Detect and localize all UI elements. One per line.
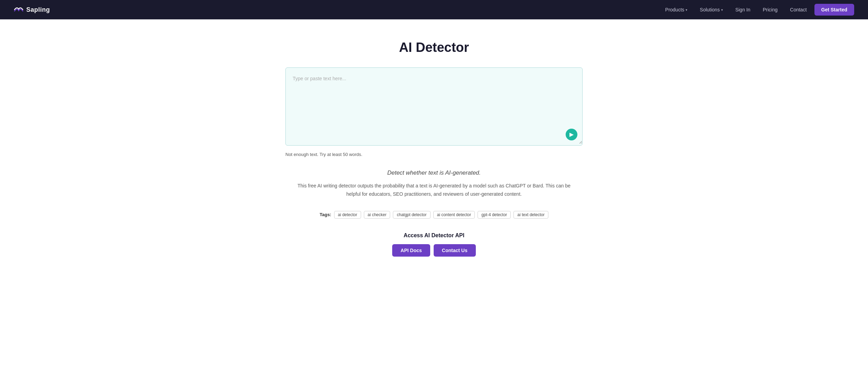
brand-logo[interactable]: Sapling [14,6,50,13]
get-started-button[interactable]: Get Started [814,4,854,16]
submit-button[interactable]: ▶ [566,129,577,140]
arrow-right-icon: ▶ [569,132,574,137]
nav-signin[interactable]: Sign In [730,4,755,15]
api-title: Access AI Detector API [285,232,583,239]
description-text: This free AI writing detector outputs th… [292,182,576,199]
sapling-logo-icon [14,6,23,13]
page-title: AI Detector [285,40,583,55]
nav-pricing[interactable]: Pricing [758,4,782,15]
description-section: Detect whether text is AI-generated. Thi… [285,169,583,199]
tags-row: Tags: ai detector ai checker chatgpt det… [285,211,583,219]
detect-textarea[interactable] [286,68,582,144]
tag-ai-content-detector[interactable]: ai content detector [433,211,475,219]
nav-solutions[interactable]: Solutions ▾ [695,4,728,15]
navbar: Sapling Products ▾ Solutions ▾ Sign In P… [0,0,868,19]
chevron-down-icon: ▾ [721,8,723,12]
api-buttons: API Docs Contact Us [285,244,583,257]
api-docs-button[interactable]: API Docs [392,244,430,257]
api-section: Access AI Detector API API Docs Contact … [285,232,583,257]
chevron-down-icon: ▾ [686,8,687,12]
brand-name: Sapling [26,6,50,13]
tag-gpt4-detector[interactable]: gpt-4 detector [478,211,511,219]
nav-links: Products ▾ Solutions ▾ Sign In Pricing C… [660,4,854,16]
tags-label: Tags: [320,212,331,217]
description-subtitle: Detect whether text is AI-generated. [285,169,583,176]
tag-chatgpt-detector[interactable]: chatgpt detector [393,211,430,219]
status-text: Not enough text. Try at least 50 words. [285,152,583,157]
text-area-container: ▶ [285,67,583,146]
contact-us-button[interactable]: Contact Us [434,244,476,257]
tag-ai-checker[interactable]: ai checker [364,211,390,219]
nav-products[interactable]: Products ▾ [660,4,692,15]
tag-ai-detector[interactable]: ai detector [334,211,361,219]
nav-contact[interactable]: Contact [785,4,811,15]
main-content: AI Detector ▶ Not enough text. Try at le… [279,19,589,284]
tag-ai-text-detector[interactable]: ai text detector [513,211,548,219]
